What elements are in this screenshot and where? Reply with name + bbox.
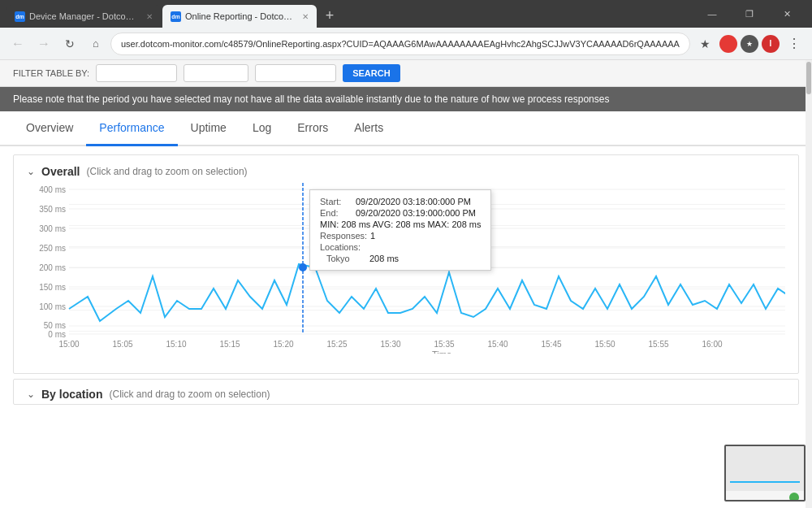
tooltip-end-row: End: 09/20/2020 03:19:000:000 PM xyxy=(320,208,481,218)
svg-text:400 ms: 400 ms xyxy=(39,185,66,194)
tooltip-stats: MIN: 208 ms AVG: 208 ms MAX: 208 ms xyxy=(320,219,481,229)
window-controls: — ❐ ✕ xyxy=(693,1,806,27)
filter-input-3[interactable] xyxy=(255,64,336,82)
filter-label: FILTER TABLE BY: xyxy=(13,68,89,78)
thumbnail-dot xyxy=(789,493,799,502)
svg-text:200 ms: 200 ms xyxy=(39,263,66,272)
overall-section: ⌄ Overall (Click and drag to zoom on sel… xyxy=(13,154,799,374)
navigation-bar: ← → ↻ ⌂ ★ ★ I ⋮ xyxy=(0,28,812,60)
svg-text:15:25: 15:25 xyxy=(326,340,347,349)
svg-text:300 ms: 300 ms xyxy=(39,224,66,233)
tooltip-start-row: Start: 09/20/2020 03:18:00:000 PM xyxy=(320,197,481,206)
svg-text:50 ms: 50 ms xyxy=(44,321,66,330)
thumbnail-footer xyxy=(726,491,804,501)
svg-text:15:30: 15:30 xyxy=(380,340,400,349)
svg-text:15:15: 15:15 xyxy=(219,340,240,349)
tab-performance[interactable]: Performance xyxy=(86,111,177,146)
close-button[interactable]: ✕ xyxy=(768,1,806,27)
overall-section-header: ⌄ Overall (Click and drag to zoom on sel… xyxy=(27,165,785,178)
main-content: FILTER TABLE BY: SEARCH Please note that… xyxy=(0,60,812,508)
overall-title: Overall xyxy=(41,165,80,178)
tooltip-tokyo-value: 208 ms xyxy=(369,254,399,263)
tab-label-2: Online Reporting - Dotcom-Mon... xyxy=(185,11,296,21)
by-location-subtitle: (Click and drag to zoom on selection) xyxy=(109,389,270,400)
tooltip-stats-row: MIN: 208 ms AVG: 208 ms MAX: 208 ms xyxy=(320,219,481,229)
svg-text:15:00: 15:00 xyxy=(58,340,79,349)
tooltip-end-label: End: xyxy=(320,208,352,218)
tab-close-2[interactable]: ✕ xyxy=(302,12,309,21)
home-button[interactable]: ⌂ xyxy=(84,33,107,55)
tab-favicon-1: dm xyxy=(15,11,25,22)
tab-device-manager[interactable]: dm Device Manager - Dotcom-Mon... ✕ xyxy=(6,5,161,28)
minimize-button[interactable]: — xyxy=(693,1,731,27)
tooltip-locations-row: Locations: xyxy=(320,242,481,252)
svg-text:150 ms: 150 ms xyxy=(39,283,66,292)
search-button[interactable]: SEARCH xyxy=(343,64,400,82)
svg-text:15:20: 15:20 xyxy=(273,340,293,349)
svg-text:Time: Time xyxy=(432,350,451,354)
maximize-button[interactable]: ❐ xyxy=(731,1,768,27)
filter-bar: FILTER TABLE BY: SEARCH xyxy=(0,60,812,87)
scrollbar[interactable] xyxy=(806,60,812,508)
tooltip-responses-value: 1 xyxy=(370,231,375,241)
by-location-header: ⌄ By location (Click and drag to zoom on… xyxy=(27,388,785,401)
svg-text:100 ms: 100 ms xyxy=(39,302,66,311)
tab-log[interactable]: Log xyxy=(240,111,284,146)
bookmark-button[interactable]: ★ xyxy=(693,33,716,55)
tab-label-1: Device Manager - Dotcom-Mon... xyxy=(29,11,140,21)
thumbnail-chart-line xyxy=(730,481,800,483)
tooltip-dot xyxy=(299,263,307,271)
tooltip-responses-label: Responses: xyxy=(320,231,367,241)
tooltip-tokyo-row: Tokyo 208 ms xyxy=(320,254,481,263)
svg-text:15:40: 15:40 xyxy=(487,340,508,349)
tab-errors[interactable]: Errors xyxy=(284,111,341,146)
tooltip-start-label: Start: xyxy=(320,197,352,206)
thumbnail-content xyxy=(726,446,804,491)
tab-overview[interactable]: Overview xyxy=(13,111,86,146)
extension-icon-1[interactable] xyxy=(719,35,737,53)
tooltip-responses-row: Responses: 1 xyxy=(320,231,481,241)
svg-text:15:50: 15:50 xyxy=(594,340,615,349)
notice-text: Please note that the period you have sel… xyxy=(13,93,609,105)
svg-text:250 ms: 250 ms xyxy=(39,244,66,253)
collapse-chevron[interactable]: ⌄ xyxy=(27,166,35,177)
back-button[interactable]: ← xyxy=(6,33,29,55)
thumbnail-overlay[interactable] xyxy=(724,445,806,501)
by-location-section: ⌄ By location (Click and drag to zoom on… xyxy=(13,379,799,405)
tab-close-1[interactable]: ✕ xyxy=(146,12,153,21)
chart-tooltip: Start: 09/20/2020 03:18:00:000 PM End: 0… xyxy=(309,189,491,271)
svg-text:16:00: 16:00 xyxy=(702,340,722,349)
by-location-chevron[interactable]: ⌄ xyxy=(27,389,35,400)
extension-icon-2[interactable]: ★ xyxy=(741,35,758,53)
more-options-button[interactable]: ⋮ xyxy=(783,33,806,55)
chart-area: 400 ms 350 ms 300 ms 250 ms 200 ms 150 m… xyxy=(27,183,785,370)
svg-text:15:55: 15:55 xyxy=(648,340,668,349)
tooltip-locations-label: Locations: xyxy=(320,242,361,252)
overall-subtitle: (Click and drag to zoom on selection) xyxy=(86,166,247,177)
address-bar[interactable] xyxy=(110,33,690,55)
tab-alerts[interactable]: Alerts xyxy=(341,111,396,146)
filter-input-2[interactable] xyxy=(184,64,248,82)
svg-text:15:35: 15:35 xyxy=(434,340,454,349)
notice-bar: Please note that the period you have sel… xyxy=(0,87,812,111)
svg-text:15:45: 15:45 xyxy=(541,340,561,349)
new-tab-button[interactable]: + xyxy=(318,5,341,28)
profile-icon[interactable]: I xyxy=(762,35,780,53)
svg-text:0 ms: 0 ms xyxy=(48,330,66,339)
by-location-title: By location xyxy=(41,388,102,401)
svg-text:350 ms: 350 ms xyxy=(39,205,66,214)
reload-button[interactable]: ↻ xyxy=(58,33,81,55)
tooltip-start-value: 09/20/2020 03:18:00:000 PM xyxy=(356,197,471,206)
tooltip-tokyo-label: Tokyo xyxy=(326,254,363,263)
svg-text:15:05: 15:05 xyxy=(112,340,132,349)
scrollbar-thumb[interactable] xyxy=(806,62,811,94)
tab-online-reporting[interactable]: dm Online Reporting - Dotcom-Mon... ✕ xyxy=(162,5,317,28)
tab-uptime[interactable]: Uptime xyxy=(178,111,240,146)
svg-text:15:10: 15:10 xyxy=(166,340,186,349)
tab-favicon-2: dm xyxy=(171,11,181,22)
forward-button[interactable]: → xyxy=(32,33,55,55)
filter-input-1[interactable] xyxy=(96,64,177,82)
tab-navigation: Overview Performance Uptime Log Errors A… xyxy=(0,111,812,146)
tooltip-end-value: 09/20/2020 03:19:000:000 PM xyxy=(356,208,476,218)
